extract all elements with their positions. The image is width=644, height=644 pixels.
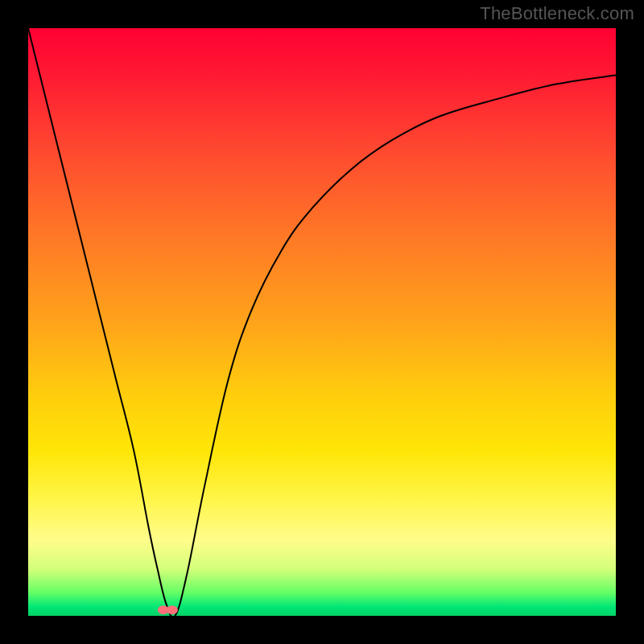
plot-area	[28, 28, 616, 616]
chart-frame: TheBottleneck.com	[0, 0, 644, 644]
curve-layer	[28, 28, 616, 616]
watermark-text: TheBottleneck.com	[480, 3, 634, 24]
min-marker-right	[167, 605, 178, 614]
bottleneck-curve	[28, 28, 616, 616]
